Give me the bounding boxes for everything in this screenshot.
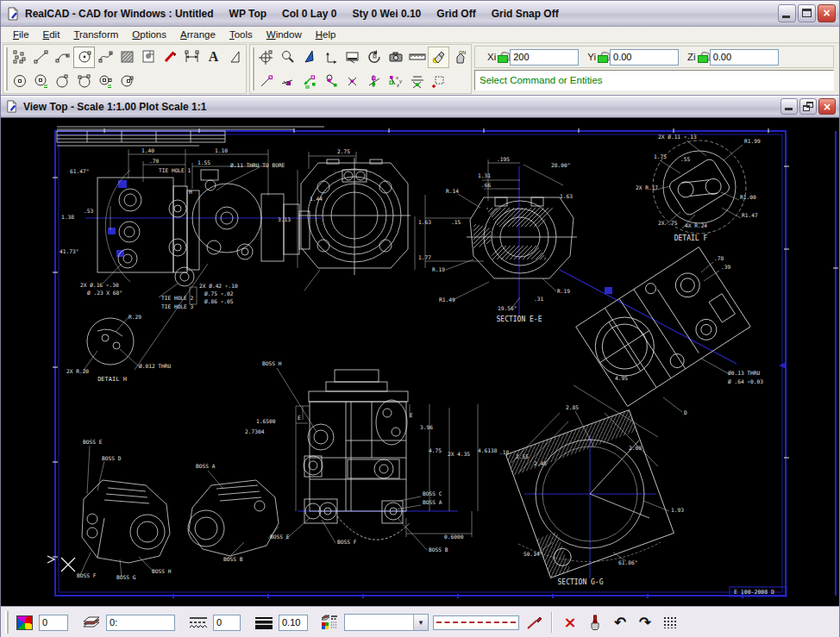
- drawing-label: 4.95: [615, 375, 628, 381]
- menu-arrange[interactable]: Arrange: [173, 28, 223, 41]
- layers-icon[interactable]: [81, 612, 102, 633]
- snap-free-icon[interactable]: [255, 71, 277, 92]
- axes-icon[interactable]: [320, 47, 342, 68]
- drawing-label: 3.96: [420, 424, 433, 430]
- x-coordinate-input[interactable]: [510, 49, 579, 66]
- delete-entity-icon[interactable]: ×: [560, 612, 580, 633]
- menu-edit[interactable]: Edit: [36, 28, 67, 41]
- image-tool-icon[interactable]: [138, 47, 160, 68]
- circle-radius-equal-icon[interactable]: [95, 71, 116, 92]
- command-prompt-box[interactable]: Select Command or Entities: [474, 70, 834, 91]
- menu-options[interactable]: Options: [125, 28, 173, 41]
- drawing-label: 61.86°: [618, 559, 637, 565]
- redo-icon[interactable]: ↷: [635, 612, 655, 633]
- drawing-label: .31: [534, 296, 543, 302]
- snap-endpoint-icon[interactable]: [277, 71, 298, 92]
- view-flag-icon[interactable]: [298, 47, 320, 68]
- fence-select-icon[interactable]: [428, 71, 449, 92]
- z-coordinate-input[interactable]: [710, 49, 779, 66]
- cad-viewport[interactable]: 1.40.701.101.55Ø.11 THRU TO BORETIE HOLE…: [1, 118, 839, 606]
- grid-toggle-icon[interactable]: [660, 612, 680, 633]
- layer-input[interactable]: [106, 615, 175, 631]
- dimension-tool-icon[interactable]: [181, 47, 203, 68]
- snap-perpendicular-icon[interactable]: [363, 71, 385, 92]
- menu-tools[interactable]: Tools: [223, 28, 260, 41]
- view-restore-button[interactable]: [799, 98, 817, 115]
- view-close-button[interactable]: ×: [818, 98, 836, 115]
- screen-redraw-icon[interactable]: [342, 47, 363, 68]
- coordinate-zone: Xi Yi Zi Select Command or Entities: [474, 44, 837, 94]
- angled-view: [574, 247, 750, 437]
- drawing-label: R1.00: [740, 194, 756, 200]
- target-probe-icon[interactable]: [255, 47, 277, 68]
- drawing-label: E: [298, 415, 301, 421]
- view-window-titlebar: View Top - Scale 1:1.00 Plot Scale 1:1 ×: [1, 95, 839, 118]
- realcad-window: RealCAD - CAD for Windows : UntitledWP T…: [0, 0, 840, 637]
- markup-pen-tool-icon[interactable]: [160, 47, 181, 68]
- circle-center-icon[interactable]: [9, 71, 30, 92]
- y-lock-icon[interactable]: [598, 52, 607, 63]
- chevron-down-icon[interactable]: ▾: [413, 615, 428, 630]
- drawing-label: 1.31: [478, 172, 491, 178]
- linestyle-icon[interactable]: [188, 612, 209, 633]
- zoom-icon[interactable]: [277, 47, 298, 68]
- menu-transform[interactable]: Transform: [66, 28, 125, 41]
- circle-edge-icon[interactable]: [52, 71, 73, 92]
- draw-toolbar: A: [3, 44, 247, 94]
- toggle-on-icon[interactable]: ON: [449, 47, 471, 68]
- y-coordinate-input[interactable]: [610, 49, 679, 66]
- drawing-label: 3.13: [278, 216, 291, 222]
- z-lock-icon[interactable]: [698, 52, 707, 63]
- hatch-tool-icon[interactable]: [116, 47, 138, 68]
- drawing-label: 4X R.24: [685, 222, 707, 228]
- app-icon: [6, 7, 20, 21]
- drawing-label: Ø.012 THRU: [139, 363, 172, 369]
- undo-icon[interactable]: ↶: [610, 612, 630, 633]
- minimize-button[interactable]: [778, 4, 796, 22]
- toolbar-grip[interactable]: [4, 47, 8, 91]
- lineweight-icon[interactable]: [254, 612, 274, 633]
- circle-diameter-icon[interactable]: [116, 71, 138, 92]
- x-lock-icon[interactable]: [498, 52, 507, 63]
- snap-xyz-icon[interactable]: xyz: [385, 71, 406, 92]
- flashlight-highlight-icon[interactable]: [428, 47, 449, 68]
- cad-drawing[interactable]: 1.40.701.101.55Ø.11 THRU TO BORETIE HOLE…: [1, 118, 840, 606]
- drawing-label: SECTION E-E: [497, 315, 542, 323]
- style-dropdown-value: [345, 615, 413, 630]
- camera-snapshot-icon[interactable]: [385, 47, 406, 68]
- drawing-label: 1.55: [197, 159, 210, 165]
- color-palette-icon[interactable]: [14, 612, 34, 633]
- circle-tool-icon[interactable]: [73, 47, 95, 68]
- pen-pick-icon[interactable]: [523, 612, 544, 633]
- points-tool-icon[interactable]: [9, 47, 30, 68]
- toolbar-grip[interactable]: [251, 47, 254, 91]
- color-input[interactable]: [39, 615, 68, 631]
- snap-equal-icon[interactable]: [298, 71, 320, 92]
- snap-align-icon[interactable]: [406, 71, 428, 92]
- drawing-label: 1.77: [418, 254, 431, 260]
- snap-intersection-icon[interactable]: [342, 71, 363, 92]
- menu-window[interactable]: Window: [260, 28, 309, 41]
- maximize-button[interactable]: [798, 4, 816, 22]
- style-dropdown[interactable]: ▾: [344, 614, 429, 631]
- text-tool-icon[interactable]: A: [203, 47, 224, 68]
- rotate-view-icon[interactable]: [363, 47, 385, 68]
- close-button[interactable]: ×: [818, 4, 836, 22]
- drawing-label: R1.47: [742, 212, 758, 218]
- menu-help[interactable]: Help: [309, 28, 343, 41]
- ruler-measure-icon[interactable]: [406, 47, 428, 68]
- entity-properties-icon[interactable]: [319, 612, 340, 633]
- spline-tool-icon[interactable]: [95, 47, 116, 68]
- snap-tangent-icon[interactable]: [320, 71, 342, 92]
- chamfer-tool-icon[interactable]: [224, 47, 246, 68]
- arc-tool-icon[interactable]: [52, 47, 73, 68]
- lineweight-input[interactable]: [279, 615, 308, 631]
- view-minimize-button[interactable]: [780, 98, 798, 115]
- menu-file[interactable]: File: [6, 28, 36, 41]
- line-tool-icon[interactable]: [30, 47, 52, 68]
- circle-center-equal-icon[interactable]: [30, 71, 52, 92]
- circle-2point-icon[interactable]: [73, 71, 95, 92]
- linestyle-input[interactable]: [213, 615, 241, 631]
- paintbrush-icon[interactable]: [585, 612, 605, 633]
- statusbar-grip[interactable]: [5, 611, 9, 634]
